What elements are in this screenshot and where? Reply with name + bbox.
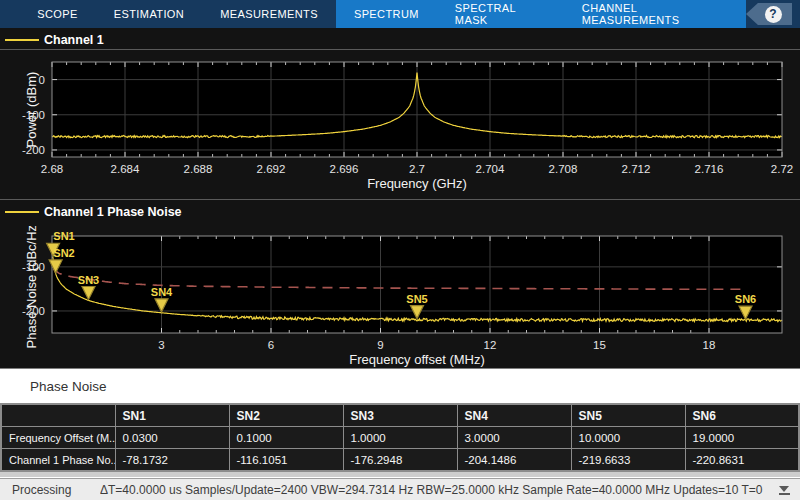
table-cell: -219.6633 [571,449,685,472]
x-tick-label: 2.72 [771,163,793,175]
phase-noise-line-swatch [5,211,39,213]
selected-tab-group: SPECTRUM SPECTRAL MASK CHANNEL MEASUREME… [336,0,746,28]
table-row: Channel 1 Phase No...-78.1732-116.1051-1… [1,449,799,472]
table-cell: 1.0000 [343,427,457,449]
y-tick-label: 0 [39,74,45,86]
tab-spectrum[interactable]: SPECTRUM [336,0,437,28]
x-tick-label: 15 [593,339,606,351]
toolbar-tabstrip: SCOPE ESTIMATION MEASUREMENTS SPECTRUM S… [0,0,800,28]
marker-label-sn3: SN3 [78,274,99,286]
x-tick-label: 2.712 [622,163,651,175]
statusbar: Processing ΔT=40.0000 us Samples/Update=… [0,478,800,500]
x-axis-label: Frequency offset (MHz) [349,352,485,367]
tabstrip-left-pad [0,0,19,28]
x-axis-label: Frequency (GHz) [367,176,467,191]
status-metrics-text: ΔT=40.0000 us Samples/Update=2400 VBW=29… [100,483,772,497]
measurements-panel: Phase Noise SN1SN2SN3SN4SN5SN6Frequency … [0,368,800,479]
tab-channel-measurements[interactable]: CHANNEL MEASUREMENTS [564,0,746,28]
help-button-container: ? [746,0,800,28]
marker-label-sn6: SN6 [735,293,756,305]
table-corner-cell [1,404,115,427]
table-cell: -176.2948 [343,449,457,472]
power-spectrum-chart[interactable]: 2.682.6842.6882.6922.6962.72.7042.7082.7… [0,50,800,200]
question-icon: ? [765,6,782,23]
x-tick-label: 2.716 [695,163,724,175]
panel-title: Phase Noise [0,369,800,403]
table-header-SN3: SN3 [343,404,457,427]
marker-label-sn1: SN1 [53,230,74,242]
legend-phase-noise: Channel 1 Phase Noise [0,202,800,222]
y-axis-label: Phase Noise (dBc/Hz) [24,226,39,348]
table-cell: -220.8631 [685,449,799,472]
status-state-label: Processing [0,483,100,497]
x-tick-label: 2.696 [330,163,359,175]
row-label: Frequency Offset (M... [1,427,115,449]
marker-label-sn2: SN2 [53,247,74,259]
x-tick-label: 2.688 [184,163,213,175]
row-label: Channel 1 Phase No... [1,449,115,472]
tab-spectral-mask[interactable]: SPECTRAL MASK [437,0,564,28]
x-tick-label: 12 [484,339,497,351]
x-tick-label: 6 [268,339,274,351]
statusbar-dropdown-icon[interactable] [772,486,796,495]
legend-channel1-label: Channel 1 [44,33,104,47]
scope-display-area: Channel 1 2.682.6842.6882.6922.6962.72.7… [0,28,800,368]
table-cell: -204.1486 [457,449,571,472]
help-button[interactable]: ? [746,3,792,25]
underline-bar [779,493,790,495]
table-header-SN4: SN4 [457,404,571,427]
x-tick-label: 2.708 [549,163,578,175]
table-cell: 10.0000 [571,427,685,449]
spectrum-analyzer-window: SCOPE ESTIMATION MEASUREMENTS SPECTRUM S… [0,0,800,500]
table-cell: -78.1732 [115,449,229,472]
y-axis-label: Power (dBm) [24,72,39,148]
phase-noise-table-grid: SN1SN2SN3SN4SN5SN6Frequency Offset (M...… [0,403,800,472]
table-header-SN6: SN6 [685,404,799,427]
channel1-line-swatch [5,39,39,41]
legend-channel1: Channel 1 [0,30,800,50]
x-tick-label: 9 [377,339,383,351]
table-scrollbar[interactable] [0,472,800,477]
table-header-SN1: SN1 [115,404,229,427]
table-cell: -116.1051 [229,449,343,472]
x-tick-label: 2.684 [111,163,140,175]
table-header-SN2: SN2 [229,404,343,427]
table-header-SN5: SN5 [571,404,685,427]
legend-phase-noise-label: Channel 1 Phase Noise [44,205,182,219]
table-cell: 0.1000 [229,427,343,449]
x-tick-label: 18 [703,339,716,351]
tab-estimation[interactable]: ESTIMATION [96,0,202,28]
tab-scope[interactable]: SCOPE [19,0,96,28]
phase-noise-table: SN1SN2SN3SN4SN5SN6Frequency Offset (M...… [0,403,800,472]
table-cell: 19.0000 [685,427,799,449]
marker-label-sn5: SN5 [406,293,427,305]
tab-measurements[interactable]: MEASUREMENTS [202,0,336,28]
marker-label-sn4: SN4 [151,286,173,298]
table-row: Frequency Offset (M...0.03000.10001.0000… [1,427,799,449]
phase-noise-chart[interactable]: SN1SN2SN3SN4SN5SN6369121518-100-200Frequ… [0,226,800,368]
table-cell: 0.0300 [115,427,229,449]
legend-separator-2 [0,199,800,200]
x-tick-label: 2.68 [41,163,63,175]
x-tick-label: 3 [158,339,164,351]
triangle-down-icon [779,486,789,492]
x-tick-label: 2.7 [409,163,425,175]
table-cell: 3.0000 [457,427,571,449]
x-tick-label: 2.704 [476,163,505,175]
x-tick-label: 2.692 [257,163,286,175]
